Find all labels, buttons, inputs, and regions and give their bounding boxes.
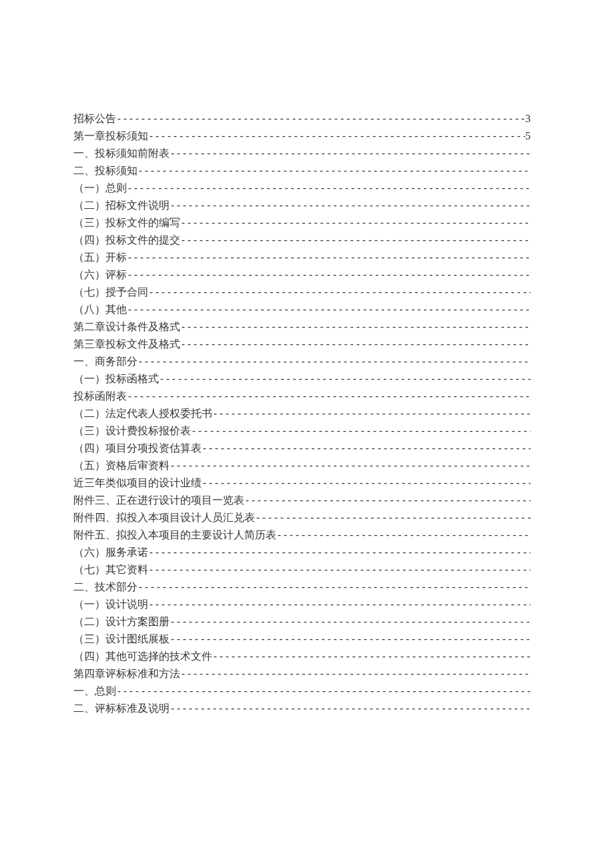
toc-label: 二、投标须知: [73, 162, 137, 179]
toc-entry: 二、投标须知: [73, 162, 531, 179]
toc-leader: [212, 405, 531, 422]
toc-label: 第一章投标须知: [73, 127, 148, 145]
toc-label: （二）招标文件说明: [73, 197, 170, 214]
toc-label: 二、技术部分: [73, 578, 137, 596]
toc-leader: [116, 683, 531, 700]
toc-label: 招标公告: [73, 110, 116, 127]
toc-leader: [170, 197, 531, 214]
toc-leader: [202, 440, 531, 457]
toc-entry: 一、总则: [73, 683, 531, 700]
toc-label: （七）授予合同: [73, 284, 148, 301]
toc-entry: 投标函附表: [73, 388, 531, 405]
toc-entry: 近三年类似项目的设计业绩: [73, 474, 531, 492]
toc-leader: [148, 596, 531, 613]
toc-label: 近三年类似项目的设计业绩: [73, 474, 202, 492]
toc-leader: [202, 474, 531, 492]
toc-entry: 第三章投标文件及格式: [73, 336, 531, 353]
toc-leader: [170, 457, 531, 474]
toc-leader: [137, 353, 531, 370]
toc-leader: [148, 284, 531, 301]
toc-label: （三）投标文件的编写: [73, 214, 180, 232]
toc-entry: （六）评标: [73, 266, 531, 284]
toc-entry: （二）设计方案图册: [73, 613, 531, 630]
toc-label: 一、总则: [73, 683, 116, 700]
toc-label: 第四章评标标准和方法: [73, 665, 180, 683]
toc-page-number: 3: [525, 110, 531, 127]
toc-leader: [127, 301, 531, 318]
toc-label: （六）评标: [73, 266, 127, 284]
toc-label: 投标函附表: [73, 388, 127, 405]
toc-label: 附件五、拟投入本项目的主要设计人简历表: [73, 526, 276, 544]
toc-leader: [127, 388, 531, 405]
toc-entry: （八）其他: [73, 301, 531, 318]
toc-entry: 第四章评标标准和方法: [73, 665, 531, 683]
table-of-contents: 招标公告3第一章投标须知5一、投标须知前附表二、投标须知（一）总则（二）招标文件…: [73, 110, 531, 717]
toc-leader: [191, 422, 531, 440]
toc-leader: [180, 232, 531, 249]
toc-entry: （五）开标: [73, 249, 531, 266]
toc-leader: [137, 162, 531, 179]
toc-entry: （七）其它资料: [73, 561, 531, 578]
toc-entry: （六）服务承诺: [73, 544, 531, 561]
toc-entry: （三）设计图纸展板: [73, 630, 531, 648]
toc-entry: （四）项目分项投资估算表: [73, 440, 531, 457]
toc-entry: 附件五、拟投入本项目的主要设计人简历表: [73, 526, 531, 544]
toc-label: 附件四、拟投入本项目设计人员汇兑表: [73, 509, 255, 526]
toc-entry: 附件四、拟投入本项目设计人员汇兑表: [73, 509, 531, 526]
toc-entry: （四）其他可选择的技术文件: [73, 648, 531, 665]
toc-leader: [148, 544, 531, 561]
toc-label: 一、商务部分: [73, 353, 137, 370]
toc-label: （一）设计说明: [73, 596, 148, 613]
toc-label: （二）法定代表人授权委托书: [73, 405, 212, 422]
toc-leader: [255, 509, 531, 526]
toc-leader: [244, 492, 531, 509]
toc-label: 一、投标须知前附表: [73, 145, 170, 162]
toc-leader: [159, 370, 531, 388]
toc-entry: 二、技术部分: [73, 578, 531, 596]
toc-entry: （二）法定代表人授权委托书: [73, 405, 531, 422]
toc-leader: [180, 336, 531, 353]
toc-leader: [212, 648, 531, 665]
toc-leader: [170, 700, 531, 717]
toc-entry: （三）设计费投标报价表: [73, 422, 531, 440]
toc-entry: （一）总则: [73, 179, 531, 197]
toc-label: （六）服务承诺: [73, 544, 148, 561]
toc-label: （四）投标文件的提交: [73, 232, 180, 249]
toc-entry: 一、商务部分: [73, 353, 531, 370]
toc-label: 二、评标标准及说明: [73, 700, 170, 717]
toc-leader: [148, 561, 531, 578]
toc-label: （四）项目分项投资估算表: [73, 440, 202, 457]
toc-leader: [170, 630, 531, 648]
toc-entry: （一）设计说明: [73, 596, 531, 613]
toc-label: （二）设计方案图册: [73, 613, 170, 630]
toc-entry: （二）招标文件说明: [73, 197, 531, 214]
toc-label: （一）投标函格式: [73, 370, 159, 388]
toc-label: 第三章投标文件及格式: [73, 336, 180, 353]
toc-entry: 第一章投标须知5: [73, 127, 531, 145]
toc-label: 第二章设计条件及格式: [73, 318, 180, 336]
toc-entry: （七）授予合同: [73, 284, 531, 301]
toc-entry: 二、评标标准及说明: [73, 700, 531, 717]
toc-entry: 附件三、正在进行设计的项目一览表: [73, 492, 531, 509]
toc-entry: （五）资格后审资料: [73, 457, 531, 474]
toc-label: （三）设计图纸展板: [73, 630, 170, 648]
toc-leader: [148, 127, 525, 145]
toc-entry: 招标公告3: [73, 110, 531, 127]
toc-label: （五）资格后审资料: [73, 457, 170, 474]
toc-leader: [127, 249, 531, 266]
toc-leader: [180, 318, 531, 336]
toc-page-number: 5: [525, 127, 531, 145]
toc-entry: （三）投标文件的编写: [73, 214, 531, 232]
toc-leader: [180, 214, 531, 232]
toc-entry: （一）投标函格式: [73, 370, 531, 388]
toc-leader: [170, 613, 531, 630]
toc-entry: （四）投标文件的提交: [73, 232, 531, 249]
toc-label: （四）其他可选择的技术文件: [73, 648, 212, 665]
toc-leader: [116, 110, 525, 127]
toc-leader: [276, 526, 531, 544]
toc-label: （七）其它资料: [73, 561, 148, 578]
toc-entry: 一、投标须知前附表: [73, 145, 531, 162]
toc-leader: [127, 266, 531, 284]
toc-leader: [137, 578, 531, 596]
toc-entry: 第二章设计条件及格式: [73, 318, 531, 336]
